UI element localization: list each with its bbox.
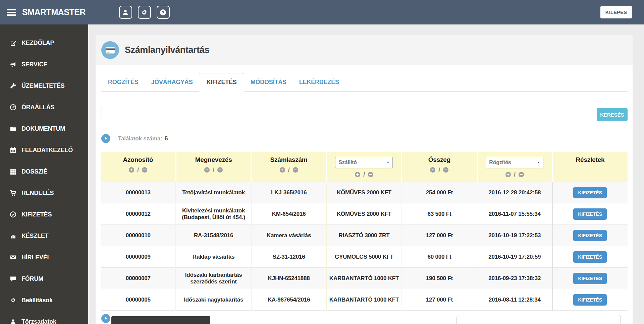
cell-osszeg: 127 000 Ft <box>402 225 477 246</box>
search-bar: KERESÉS <box>101 108 628 121</box>
sidebar-item-keszlet[interactable]: KÉSZLET <box>0 225 88 247</box>
table-row: 00000009 Raklap vásárlás SZ-31-12016 GYÜ… <box>101 246 628 268</box>
sort-desc-icon[interactable]: − <box>293 167 298 173</box>
column-header-szamlaszam: Számlaszám +/− <box>251 152 326 182</box>
results-label: Találatok száma: <box>118 135 162 142</box>
sidebar-item-hirlevel[interactable]: HÍRLEVÉL <box>0 247 88 268</box>
cell-azonosito: 00000009 <box>101 246 176 268</box>
pay-button[interactable]: KIFIZETÉS <box>573 187 607 198</box>
sort-asc-icon[interactable]: + <box>280 167 285 173</box>
sort-asc-icon[interactable]: + <box>204 167 210 173</box>
help-icon: ? <box>160 9 166 16</box>
cell-szallito: GYÜMÖLCS 5000 KFT <box>326 246 401 268</box>
sort-desc-icon[interactable]: − <box>142 167 147 173</box>
cell-megnevezes: Időszaki nagytakarítás <box>176 289 251 311</box>
sidebar-item-uzemeltetes[interactable]: ÜZEMELTETÉS <box>0 75 88 96</box>
cell-rogzites: 2016-12-28 20:42:58 <box>477 182 552 203</box>
table-row: 00000012 Kivitelezési munkálatok (Budape… <box>101 203 628 225</box>
sidebar-item-torzsadatok[interactable]: Törzsadatok <box>0 311 88 324</box>
sidebar-item-forum[interactable]: FÓRUM <box>0 268 88 289</box>
content-panel: Számlanyilvántartás RÖGZÍTÉS JÓVÁHAGYÁS … <box>96 35 633 324</box>
sidebar-item-rendeles[interactable]: RENDELÉS <box>0 182 88 204</box>
column-header-azonosito: Azonosító +/− <box>101 152 176 182</box>
tab-modositas[interactable]: MÓDOSÍTÁS <box>244 73 293 91</box>
cell-osszeg: 254 000 Ft <box>402 182 477 203</box>
cell-osszeg: 127 000 Ft <box>402 289 477 311</box>
calendar-icon <box>9 147 17 153</box>
pay-button[interactable]: KIFIZETÉS <box>573 273 607 284</box>
table-row: 00000010 RA-31548/2016 Kamera vásárlás R… <box>101 225 628 246</box>
cell-szallito: RIASZTÓ 3000 ZRT <box>326 225 401 246</box>
cell-azonosito: 00000013 <box>101 182 176 203</box>
cell-szallito: KARBANTARTÓ 1000 KFT <box>326 268 401 289</box>
record-date-filter-select[interactable]: Rögzítés▼ <box>486 157 543 168</box>
megaphone-icon <box>9 61 17 68</box>
chevron-down-icon: ▼ <box>387 161 390 164</box>
cell-azonosito: 00000007 <box>101 268 176 289</box>
tab-kifizetes[interactable]: KIFIZETÉS <box>199 73 244 97</box>
cell-megnevezes: Raklap vásárlás <box>176 246 251 268</box>
column-header-szallito: Szállító▼ +/− <box>326 152 401 182</box>
sort-desc-icon[interactable]: − <box>443 167 448 173</box>
search-input[interactable] <box>101 108 597 121</box>
cell-szamlaszam: KA-987654/2016 <box>251 289 326 311</box>
cell-szamlaszam: SZ-31-12016 <box>251 246 326 268</box>
cell-azonosito: 00000010 <box>101 225 176 246</box>
user-icon <box>9 319 17 324</box>
cell-szamlaszam: KM-654/2016 <box>251 203 326 225</box>
sidebar-item-service[interactable]: SERVICE <box>0 54 88 75</box>
sort-asc-icon[interactable]: + <box>505 172 511 177</box>
cell-megnevezes: RA-31548/2016 <box>176 225 251 246</box>
footer-controls <box>101 314 628 324</box>
sort-asc-icon[interactable]: + <box>430 167 435 173</box>
sort-controls: +/− <box>480 171 550 178</box>
settings-button[interactable] <box>138 6 151 19</box>
column-header-rogzites: Rögzítés▼ +/− <box>477 152 552 182</box>
tab-jovahagyas[interactable]: JÓVÁHAGYÁS <box>145 73 199 91</box>
cell-osszeg: 63 500 Ft <box>402 203 477 225</box>
supplier-filter-select[interactable]: Szállító▼ <box>335 157 393 168</box>
search-button[interactable]: KERESÉS <box>597 108 628 121</box>
comment-icon <box>9 275 17 282</box>
sidebar-item-kezdolap[interactable]: KEZDŐLAP <box>0 32 88 54</box>
cell-szallito: KŐMŰVES 2000 KFT <box>326 182 401 203</box>
cell-osszeg: 190 500 Ft <box>402 268 477 289</box>
wrench-icon <box>9 82 17 89</box>
sidebar-item-beallitasok[interactable]: Beállítások <box>0 289 88 311</box>
help-button[interactable]: ? <box>157 6 170 19</box>
pay-button[interactable]: KIFIZETÉS <box>573 208 607 220</box>
cutoff-select[interactable] <box>457 315 621 324</box>
invoice-table: Azonosító +/− Megnevezés +/− Számlaszám … <box>101 152 628 311</box>
sort-asc-icon[interactable]: + <box>129 167 134 173</box>
user-button[interactable] <box>119 6 132 19</box>
hamburger-menu-icon[interactable] <box>7 9 16 16</box>
sidebar-item-dokumentum[interactable]: DOKUMENTUM <box>0 118 88 139</box>
table-row: 00000005 Időszaki nagytakarítás KA-98765… <box>101 289 628 311</box>
collapse-arrow-icon[interactable] <box>101 134 110 143</box>
tab-rogzites[interactable]: RÖGZÍTÉS <box>102 73 145 91</box>
pay-button[interactable]: KIFIZETÉS <box>573 230 607 241</box>
column-header-megnevezes: Megnevezés +/− <box>176 152 251 182</box>
pay-button[interactable]: KIFIZETÉS <box>573 251 607 263</box>
edit-icon <box>9 40 17 46</box>
column-header-reszletek: Részletek <box>552 152 628 182</box>
sort-desc-icon[interactable]: − <box>519 172 524 177</box>
sort-asc-icon[interactable]: + <box>355 172 360 177</box>
sidebar-item-kifizetes[interactable]: KIFIZETÉS <box>0 204 88 225</box>
bar-chart-icon <box>9 233 17 239</box>
sidebar-item-feladatkezelo[interactable]: FELADATKEZELŐ <box>0 139 88 161</box>
logout-button[interactable]: KILÉPÉS <box>600 6 632 18</box>
tab-lekerdezes[interactable]: LEKÉRDEZÉS <box>293 73 345 91</box>
sort-desc-icon[interactable]: − <box>368 172 373 177</box>
cell-rogzites: 2016-08-11 12:28:34 <box>477 289 552 311</box>
column-header-osszeg: Összeg +/− <box>402 152 477 182</box>
sort-desc-icon[interactable]: − <box>217 167 223 173</box>
collapse-arrow-icon[interactable] <box>101 314 110 323</box>
page-title: Számlanyilvántartás <box>125 45 209 55</box>
sidebar-item-oraallas[interactable]: ÓRAÁLLÁS <box>0 96 88 118</box>
pay-button[interactable]: KIFIZETÉS <box>573 294 607 306</box>
cell-szamlaszam: KJHN-65241888 <box>251 268 326 289</box>
cell-szamlaszam: Kamera vásárlás <box>251 225 326 246</box>
sidebar-item-dosszie[interactable]: DOSSZIÉ <box>0 161 88 182</box>
check-circle-icon <box>9 211 17 218</box>
